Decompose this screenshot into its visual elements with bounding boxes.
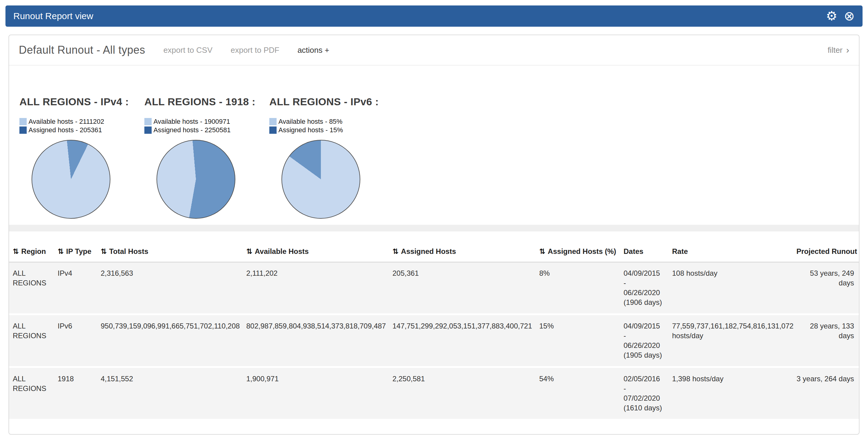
legend-label: Assigned hosts - 15%	[278, 126, 343, 134]
cell-available-hosts: 1,900,971	[241, 367, 388, 420]
legend-swatch	[20, 126, 27, 134]
pie-chart-block: ALL REGIONS - IPv6 :Available hosts - 85…	[269, 96, 394, 219]
cell-region: ALL REGIONS	[9, 314, 53, 367]
cell-total-hosts: 4,151,552	[96, 367, 241, 420]
column-label: Assigned Hosts	[401, 247, 456, 255]
legend-swatch	[144, 126, 152, 134]
column-label: Assigned Hosts (%)	[548, 247, 616, 255]
cell-ip-type: IPv6	[53, 314, 96, 367]
legend-item: Assigned hosts - 205361	[20, 126, 144, 134]
cell-available-hosts: 802,987,859,804,938,514,373,818,709,487	[241, 314, 388, 367]
cell-dates: 02/05/2016 - 07/02/2020 (1610 days)	[619, 367, 667, 420]
column-label: Total Hosts	[109, 247, 148, 255]
pie-chart-block: ALL REGIONS - 1918 :Available hosts - 19…	[144, 96, 269, 219]
chart-legend: Available hosts - 85%Assigned hosts - 15…	[269, 117, 394, 134]
cell-region: ALL REGIONS	[9, 367, 53, 420]
view-title: Runout Report view	[13, 11, 93, 21]
cell-rate: 77,559,737,161,182,754,816,131,072 hosts…	[667, 314, 792, 367]
export-pdf-link[interactable]: export to PDF	[230, 45, 279, 55]
sort-icon: ⇅	[101, 247, 107, 255]
export-csv-link[interactable]: export to CSV	[163, 45, 213, 55]
toolbar: Default Runout - All types export to CSV…	[9, 35, 859, 65]
chevron-right-icon: ›	[846, 45, 849, 55]
legend-label: Assigned hosts - 2250581	[153, 126, 230, 134]
legend-label: Available hosts - 2111202	[29, 117, 104, 126]
legend-label: Available hosts - 1900971	[153, 117, 230, 126]
legend-item: Assigned hosts - 2250581	[144, 126, 269, 134]
runout-report-view: Runout Report view ⚙ ⊗ Default Runout - …	[0, 0, 868, 438]
pie-chart	[281, 140, 360, 219]
titlebar-icons: ⚙ ⊗	[826, 10, 855, 23]
cell-assigned-hosts: 205,361	[388, 262, 534, 314]
cell-assigned-hosts: 2,250,581	[388, 367, 534, 420]
table-row: ALL REGIONSIPv42,316,5632,111,202205,361…	[9, 262, 859, 314]
chart-title: ALL REGIONS - IPv4 :	[20, 96, 144, 108]
legend-swatch	[20, 118, 27, 125]
legend-swatch	[269, 118, 277, 125]
cell-available-hosts: 2,111,202	[241, 262, 388, 314]
legend-label: Available hosts - 85%	[278, 117, 342, 126]
chart-legend: Available hosts - 1900971Assigned hosts …	[144, 117, 269, 134]
column-label: Dates	[624, 247, 643, 255]
column-header-assigned-hosts[interactable]: ⇅Assigned Hosts	[388, 231, 534, 262]
cell-assigned-hosts: 15%	[534, 314, 619, 367]
column-header-ip-type[interactable]: ⇅IP Type	[53, 231, 96, 262]
cell-assigned-hosts: 147,751,299,292,053,151,377,883,400,721	[388, 314, 534, 367]
table-row: ALL REGIONSIPv6950,739,159,096,991,665,7…	[9, 314, 859, 367]
column-header-rate: Rate	[667, 231, 792, 262]
column-label: Projected Runout	[797, 247, 857, 255]
column-header-assigned-hosts[interactable]: ⇅Assigned Hosts (%)	[534, 231, 619, 262]
cell-projected-runout: 3 years, 264 days	[792, 367, 859, 420]
pie-chart	[156, 140, 235, 219]
filter-toggle[interactable]: filter ›	[828, 45, 849, 55]
cell-dates: 04/09/2015 - 06/26/2020 (1905 days)	[619, 314, 667, 367]
cell-ip-type: 1918	[53, 367, 96, 420]
cell-ip-type: IPv4	[53, 262, 96, 314]
sort-icon: ⇅	[13, 247, 19, 255]
column-header-projected-runout: Projected Runout	[792, 231, 859, 262]
pie-charts-row: ALL REGIONS - IPv4 :Available hosts - 21…	[9, 65, 859, 225]
cell-total-hosts: 2,316,563	[96, 262, 241, 314]
column-label: Available Hosts	[255, 247, 309, 255]
report-title: Default Runout - All types	[19, 44, 145, 56]
legend-item: Assigned hosts - 15%	[269, 126, 394, 134]
cell-projected-runout: 28 years, 133 days	[792, 314, 859, 367]
pie-chart	[32, 140, 111, 219]
cell-region: ALL REGIONS	[9, 262, 53, 314]
sort-icon: ⇅	[58, 247, 64, 255]
report-panel: Default Runout - All types export to CSV…	[8, 35, 860, 435]
section-divider	[9, 225, 859, 231]
cell-rate: 108 hosts/day	[667, 262, 792, 314]
table-header-row: ⇅Region⇅IP Type⇅Total Hosts⇅Available Ho…	[9, 231, 859, 262]
column-header-dates: Dates	[619, 231, 667, 262]
runout-table: ⇅Region⇅IP Type⇅Total Hosts⇅Available Ho…	[9, 231, 859, 421]
cell-projected-runout: 53 years, 249 days	[792, 262, 859, 314]
pie-chart-block: ALL REGIONS - IPv4 :Available hosts - 21…	[20, 96, 144, 219]
column-header-total-hosts[interactable]: ⇅Total Hosts	[96, 231, 241, 262]
gear-icon[interactable]: ⚙	[826, 10, 837, 23]
legend-item: Available hosts - 2111202	[20, 117, 144, 126]
sort-icon: ⇅	[393, 247, 399, 255]
chart-title: ALL REGIONS - 1918 :	[144, 96, 269, 108]
table-body: ALL REGIONSIPv42,316,5632,111,202205,361…	[9, 262, 859, 420]
sort-icon: ⇅	[539, 247, 545, 255]
cell-dates: 04/09/2015 - 06/26/2020 (1906 days)	[619, 262, 667, 314]
column-label: Region	[21, 247, 46, 255]
cell-rate: 1,398 hosts/day	[667, 367, 792, 420]
column-header-available-hosts[interactable]: ⇅Available Hosts	[241, 231, 388, 262]
actions-menu[interactable]: actions +	[298, 45, 329, 55]
filter-label: filter	[828, 45, 842, 55]
chart-legend: Available hosts - 2111202Assigned hosts …	[20, 117, 144, 134]
chart-title: ALL REGIONS - IPv6 :	[269, 96, 394, 108]
column-label: Rate	[672, 247, 688, 255]
table-section: ⇅Region⇅IP Type⇅Total Hosts⇅Available Ho…	[9, 231, 859, 434]
cell-total-hosts: 950,739,159,096,991,665,751,702,110,208	[96, 314, 241, 367]
sort-icon: ⇅	[246, 247, 252, 255]
legend-label: Assigned hosts - 205361	[29, 126, 102, 134]
legend-item: Available hosts - 85%	[269, 117, 394, 126]
cell-assigned-hosts: 54%	[534, 367, 619, 420]
titlebar: Runout Report view ⚙ ⊗	[5, 5, 863, 27]
close-icon[interactable]: ⊗	[844, 10, 855, 23]
column-header-region[interactable]: ⇅Region	[9, 231, 53, 262]
legend-item: Available hosts - 1900971	[144, 117, 269, 126]
